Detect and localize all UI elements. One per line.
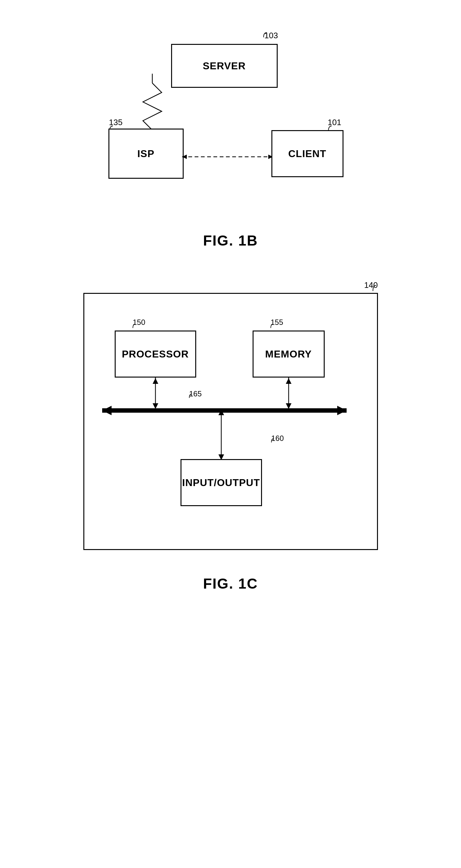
fig1b-caption: FIG. 1B: [203, 232, 258, 249]
server-label: SERVER: [203, 60, 246, 72]
svg-marker-13: [102, 406, 111, 415]
client-label: CLIENT: [288, 148, 327, 160]
fig1c-caption: FIG. 1C: [203, 575, 258, 592]
fig1b-section: 103 SERVER 135 ISP: [0, 12, 461, 268]
svg-marker-17: [219, 454, 224, 460]
fig1c-diagram: 140 150 PROCESSOR 155 MEMORY: [77, 280, 384, 563]
bracket-103-svg: [260, 29, 270, 45]
page: 103 SERVER 135 ISP: [0, 0, 461, 868]
client-box: CLIENT: [271, 130, 343, 177]
bus-arrows-svg: [77, 280, 372, 537]
svg-marker-14: [337, 406, 347, 415]
isp-label: ISP: [137, 148, 155, 160]
fig1c-section: 140 150 PROCESSOR 155 MEMORY: [0, 268, 461, 611]
svg-marker-5: [153, 403, 158, 409]
dashed-line-svg: [182, 151, 273, 163]
isp-box: ISP: [108, 129, 184, 179]
svg-rect-12: [102, 408, 347, 413]
fig1b-diagram: 103 SERVER 135 ISP: [90, 25, 372, 219]
server-box: SERVER: [171, 44, 278, 88]
svg-marker-9: [286, 403, 292, 409]
svg-marker-3: [182, 155, 187, 159]
lightning-svg: [121, 74, 184, 130]
